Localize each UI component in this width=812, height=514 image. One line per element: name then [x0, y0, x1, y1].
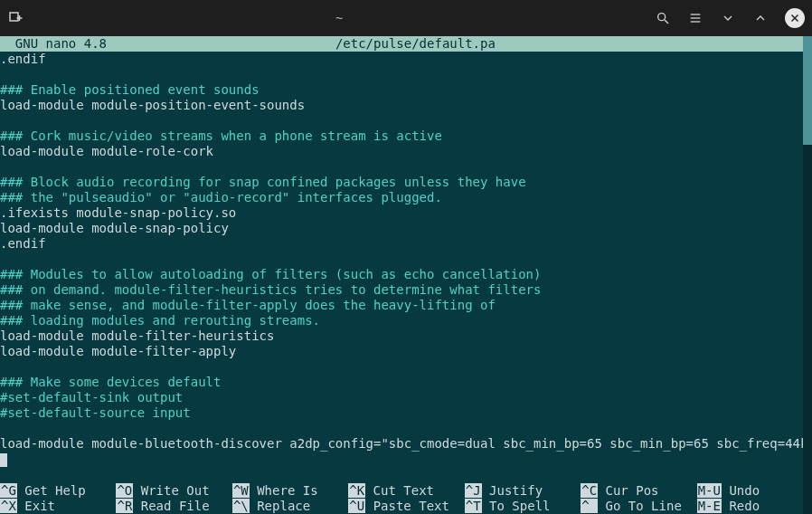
editor-line: .ifexists module-snap-policy.so — [0, 205, 812, 221]
editor-line: ### Make some devices default — [0, 375, 812, 390]
editor-line: ### Cork music/video streams when a phon… — [0, 128, 812, 144]
shortcut-label: Cur Pos — [598, 483, 658, 498]
editor-line: ### Block audio recording for snap confi… — [0, 175, 812, 190]
shortcut-label: Exit — [17, 499, 55, 513]
editor-line — [0, 67, 812, 82]
text-cursor — [0, 453, 7, 467]
nano-shortcut-bar: ^G Get Help ^O Write Out ^W Where Is ^K … — [0, 483, 801, 514]
editor-line: load-module module-filter-apply — [0, 344, 812, 359]
shortcut-key: ^C — [581, 483, 598, 498]
svg-point-3 — [658, 14, 666, 21]
shortcut-item: M-U Undo — [697, 483, 775, 499]
shortcut-item: ^T To Spell — [465, 499, 581, 514]
editor-line — [0, 421, 812, 436]
close-button[interactable] — [785, 8, 805, 28]
shortcut-key: ^\ — [232, 499, 250, 513]
shortcut-item: ^X Exit — [0, 499, 116, 514]
vertical-scrollbar[interactable] — [803, 36, 812, 514]
shortcut-item: ^R Read File — [116, 499, 231, 514]
shortcut-label: Replace — [250, 499, 310, 513]
shortcut-row-2: ^X Exit ^R Read File ^\ Replace ^U Paste… — [0, 499, 801, 514]
editor-line: .endif — [0, 236, 812, 252]
editor-line: load-module module-filter-heuristics — [0, 328, 812, 344]
editor-line — [0, 159, 812, 175]
editor-content[interactable]: .endif### Enable positioned event sounds… — [0, 52, 812, 467]
shortcut-label: Justify — [482, 483, 543, 498]
shortcut-key: ^G — [0, 483, 17, 498]
shortcut-key: ^X — [0, 499, 17, 513]
shortcut-key: ^R — [116, 499, 133, 513]
editor-line: ### on demand. module-filter-heuristics … — [0, 282, 812, 298]
search-icon[interactable] — [655, 10, 671, 26]
shortcut-item: ^U Paste Text — [348, 499, 464, 514]
shortcut-item: ^K Cut Text — [348, 483, 464, 499]
editor-line — [0, 252, 812, 267]
editor-line: #set-default-source input — [0, 405, 812, 421]
editor-line: .endif — [0, 52, 812, 67]
editor-line: load-module module-snap-policy — [0, 221, 812, 236]
cursor-line — [0, 452, 812, 467]
shortcut-key: M-E — [697, 499, 722, 513]
editor-line — [0, 113, 812, 128]
shortcut-item: ^C Cur Pos — [581, 483, 696, 499]
shortcut-item: M-E Redo — [697, 499, 775, 514]
editor-line: load-module module-position-event-sounds — [0, 98, 812, 113]
editor-line: load-module module-bluetooth-discover a2… — [0, 436, 812, 452]
svg-line-4 — [665, 20, 668, 24]
shortcut-label: Undo — [722, 483, 760, 498]
nano-file-path: /etc/pulse/default.pa — [335, 36, 496, 51]
shortcut-label: Redo — [722, 499, 760, 513]
window-titlebar: ~ — [0, 0, 812, 36]
shortcut-item: ^G Get Help — [0, 483, 116, 499]
editor-line: load-module module-role-cork — [0, 144, 812, 159]
shortcut-label: Where Is — [250, 483, 318, 498]
shortcut-item: ^W Where Is — [232, 483, 348, 499]
shortcut-label: Go To Line — [598, 499, 682, 513]
shortcut-label: To Spell — [482, 499, 551, 513]
editor-line: ### Enable positioned event sounds — [0, 82, 812, 98]
editor-line: ### the "pulseaudio" or "audio-record" i… — [0, 190, 812, 205]
chevron-up-icon[interactable] — [752, 10, 769, 26]
window-title: ~ — [335, 11, 343, 25]
shortcut-key: ^K — [348, 483, 365, 498]
shortcut-key: ^U — [348, 499, 365, 513]
shortcut-row-1: ^G Get Help ^O Write Out ^W Where Is ^K … — [0, 483, 801, 499]
editor-line: #set-default-sink output — [0, 390, 812, 405]
scrollbar-thumb[interactable] — [803, 36, 812, 145]
chevron-down-icon[interactable] — [720, 10, 736, 26]
shortcut-label: Cut Text — [365, 483, 434, 498]
shortcut-item: ^\ Replace — [232, 499, 348, 514]
nano-app-version: GNU nano 4.8 — [0, 36, 107, 51]
editor-line: ### Modules to allow autoloading of filt… — [0, 267, 812, 282]
shortcut-item: ^J Justify — [465, 483, 581, 499]
shortcut-label: Read File — [133, 499, 209, 513]
nano-header-bar: GNU nano 4.8 /etc/pulse/default.pa — [0, 36, 812, 52]
shortcut-key: ^O — [116, 483, 133, 498]
editor-line: ### loading modules and rerouting stream… — [0, 313, 812, 328]
shortcut-label: Paste Text — [365, 499, 449, 513]
shortcut-key: ^_ — [581, 499, 598, 513]
shortcut-label: Write Out — [133, 483, 209, 498]
editor-line — [0, 359, 812, 375]
shortcut-key: ^W — [232, 483, 250, 498]
shortcut-label: Get Help — [17, 483, 86, 498]
shortcut-key: M-U — [697, 483, 722, 498]
shortcut-item: ^O Write Out — [116, 483, 231, 499]
shortcut-key: ^T — [465, 499, 482, 513]
terminal-viewport[interactable]: GNU nano 4.8 /etc/pulse/default.pa .endi… — [0, 36, 812, 514]
svg-rect-0 — [10, 13, 18, 21]
shortcut-item: ^_ Go To Line — [581, 499, 696, 514]
editor-line: ### make sense, and module-filter-apply … — [0, 298, 812, 313]
shortcut-key: ^J — [465, 483, 482, 498]
hamburger-menu-icon[interactable] — [687, 10, 703, 26]
new-tab-icon[interactable] — [7, 10, 24, 26]
